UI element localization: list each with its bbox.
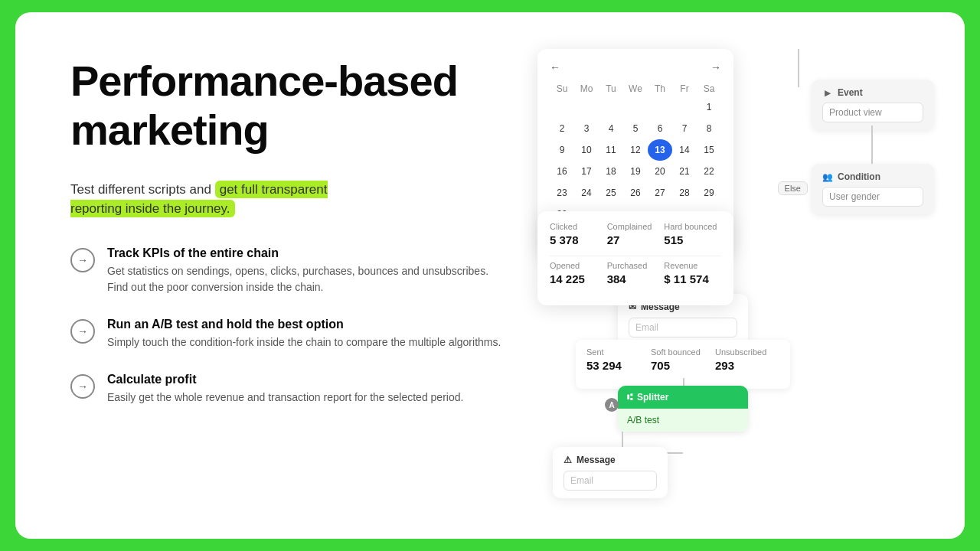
message-input-bottom[interactable]: Email bbox=[564, 471, 657, 491]
stats-row-2: Opened 14 225 Purchased 384 Revenue $ 11… bbox=[550, 261, 721, 285]
splitter-label: Splitter bbox=[637, 392, 668, 403]
condition-label: Condition bbox=[838, 171, 880, 182]
msg-stats-row: Sent 53 294 Soft bounced 705 Unsubscribe… bbox=[586, 347, 779, 372]
calendar-day[interactable]: 1 bbox=[697, 96, 721, 118]
calendar-day[interactable]: 20 bbox=[648, 161, 672, 182]
stat-opened-value: 14 225 bbox=[550, 272, 607, 285]
calendar-day[interactable]: 19 bbox=[623, 161, 648, 182]
calendar-day[interactable]: 14 bbox=[672, 139, 697, 161]
calendar-nav: ← → bbox=[550, 61, 721, 73]
calendar-day bbox=[623, 96, 648, 118]
condition-block-header: 👥 Condition bbox=[822, 171, 923, 182]
calendar-day[interactable]: 2 bbox=[550, 118, 574, 139]
play-icon bbox=[822, 87, 833, 98]
stat-sent-label: Sent bbox=[586, 347, 651, 357]
calendar-day[interactable]: 22 bbox=[697, 161, 721, 182]
feature-title-ab: Run an A/B test and hold the best option bbox=[107, 318, 501, 331]
feature-desc-ab: Simply touch the condition-fork inside t… bbox=[107, 334, 501, 351]
calendar-day[interactable]: 26 bbox=[623, 182, 648, 204]
stat-sent: Sent 53 294 bbox=[586, 347, 651, 372]
calendar-day[interactable]: 25 bbox=[599, 182, 623, 204]
msg-header-bottom: ⚠ Message bbox=[564, 455, 657, 465]
left-panel: Performance-based marketing Test differe… bbox=[70, 49, 514, 508]
calendar-day[interactable]: 8 bbox=[697, 118, 721, 139]
vline-1 bbox=[798, 49, 799, 87]
message-label-bottom: Message bbox=[577, 455, 616, 465]
calendar-day[interactable]: 29 bbox=[697, 182, 721, 204]
stat-revenue-label: Revenue bbox=[664, 261, 721, 270]
stat-purchased-value: 384 bbox=[607, 272, 665, 285]
calendar-day[interactable]: 15 bbox=[697, 139, 721, 161]
condition-input[interactable]: User gender bbox=[822, 187, 923, 207]
splitter-block: ⑆ Splitter A/B test bbox=[618, 386, 748, 432]
calendar-day[interactable]: 21 bbox=[672, 161, 697, 182]
splitter-body: A/B test bbox=[618, 409, 748, 432]
message-block-bottom: ⚠ Message Email bbox=[553, 447, 668, 498]
split-icon: ⑆ bbox=[627, 392, 632, 403]
stat-revenue-value: $ 11 574 bbox=[664, 272, 721, 285]
calendar-next-button[interactable]: → bbox=[710, 61, 721, 73]
calendar-day[interactable]: 18 bbox=[599, 161, 623, 182]
stat-complained: Complained 27 bbox=[607, 222, 665, 246]
calendar-day[interactable]: 27 bbox=[648, 182, 672, 204]
message-input-top[interactable]: Email bbox=[629, 318, 737, 337]
feature-content-profit: Calculate profit Easily get the whole re… bbox=[107, 373, 463, 406]
stats-divider bbox=[550, 256, 721, 256]
stat-revenue: Revenue $ 11 574 bbox=[664, 261, 721, 285]
calendar-day[interactable]: 11 bbox=[599, 139, 623, 161]
subtitle: Test different scripts and get full tran… bbox=[70, 180, 514, 219]
calendar-day[interactable]: 6 bbox=[648, 118, 672, 139]
calendar-day[interactable]: 24 bbox=[574, 182, 599, 204]
stat-hard-bounced: Hard bounced 515 bbox=[664, 222, 721, 246]
feature-content-ab: Run an A/B test and hold the best option… bbox=[107, 318, 501, 351]
calendar-day[interactable]: 7 bbox=[672, 118, 697, 139]
stat-clicked: Clicked 5 378 bbox=[550, 222, 607, 246]
calendar-day[interactable]: 12 bbox=[623, 139, 648, 161]
calendar-day[interactable]: 17 bbox=[574, 161, 599, 182]
calendar-day[interactable]: 28 bbox=[672, 182, 697, 204]
feature-title-profit: Calculate profit bbox=[107, 373, 463, 386]
event-label: Event bbox=[838, 87, 863, 98]
calendar-day[interactable]: 3 bbox=[574, 118, 599, 139]
feature-ab: → Run an A/B test and hold the best opti… bbox=[70, 318, 514, 351]
calendar-day[interactable]: 9 bbox=[550, 139, 574, 161]
stat-opened-label: Opened bbox=[550, 261, 607, 270]
cal-header-we: We bbox=[623, 81, 648, 96]
stat-soft-bounced-label: Soft bounced bbox=[651, 347, 715, 357]
stat-hard-bounced-label: Hard bounced bbox=[664, 222, 721, 231]
calendar-day[interactable]: 16 bbox=[550, 161, 574, 182]
stats-row-1: Clicked 5 378 Complained 27 Hard bounced… bbox=[550, 222, 721, 246]
calendar-day[interactable]: 5 bbox=[623, 118, 648, 139]
feature-profit: → Calculate profit Easily get the whole … bbox=[70, 373, 514, 406]
feature-title-track: Track KPIs of the entire chain bbox=[107, 246, 488, 260]
calendar-day[interactable]: 23 bbox=[550, 182, 574, 204]
feature-desc-profit: Easily get the whole revenue and transac… bbox=[107, 390, 463, 406]
cal-header-mo: Mo bbox=[574, 81, 599, 96]
stat-unsubscribed: Unsubscribed 293 bbox=[715, 347, 779, 372]
calendar-day[interactable]: 10 bbox=[574, 139, 599, 161]
stats-widget-top: Clicked 5 378 Complained 27 Hard bounced… bbox=[537, 211, 733, 305]
right-panel: ← → Su Mo Tu We Th Fr Sa 123 bbox=[530, 49, 934, 508]
calendar-day bbox=[672, 96, 697, 118]
arrow-icon-ab: → bbox=[70, 319, 95, 344]
calendar-day[interactable]: 13 bbox=[648, 139, 672, 161]
cal-header-tu: Tu bbox=[599, 81, 623, 96]
stat-unsubscribed-value: 293 bbox=[715, 359, 779, 372]
calendar-prev-button[interactable]: ← bbox=[550, 61, 560, 73]
stat-soft-bounced-value: 705 bbox=[651, 359, 715, 372]
warning-icon: ⚠ bbox=[564, 455, 572, 465]
calendar-day bbox=[648, 96, 672, 118]
stat-soft-bounced: Soft bounced 705 bbox=[651, 347, 715, 372]
calendar-day bbox=[599, 96, 623, 118]
calendar-day[interactable]: 4 bbox=[599, 118, 623, 139]
cal-header-su: Su bbox=[550, 81, 574, 96]
arrow-icon-track: → bbox=[70, 248, 95, 272]
features-list: → Track KPIs of the entire chain Get sta… bbox=[70, 246, 514, 406]
calendar-grid: Su Mo Tu We Th Fr Sa 1234567891011121314… bbox=[550, 81, 721, 225]
event-input[interactable]: Product view bbox=[822, 103, 923, 122]
stat-opened: Opened 14 225 bbox=[550, 261, 607, 285]
else-badge: Else bbox=[778, 181, 808, 195]
cal-header-fr: Fr bbox=[672, 81, 697, 96]
calendar-day bbox=[550, 96, 574, 118]
feature-desc-track: Get statistics on sendings, opens, click… bbox=[107, 263, 488, 296]
